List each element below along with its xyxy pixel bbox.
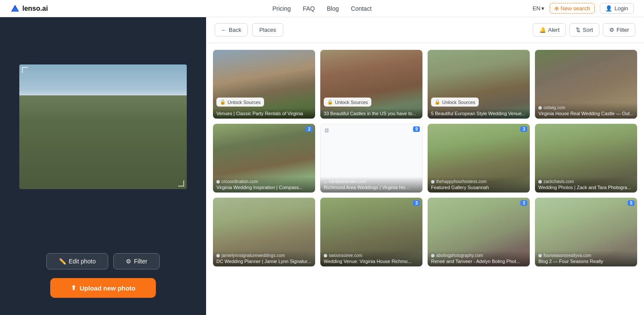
logo-icon	[10, 4, 20, 13]
language-selector[interactable]: EN ▾	[532, 5, 544, 12]
back-icon: ←	[221, 27, 227, 33]
card-overlay: fourseasonsrealtyva.comBlog 2 — Four Sea…	[535, 251, 637, 266]
card-source-domain: swoonsoiree.com	[329, 253, 362, 258]
card-source-domain: thehappyhourhostess.com	[436, 179, 486, 184]
card-title: Reneé and Tanveer - Adelyn Boling Phot..…	[431, 259, 526, 264]
filter-icon-top: ⚙	[609, 27, 614, 33]
card-overlay: 5 Beautiful European Style Wedding Venue…	[428, 108, 530, 119]
results-top-bar: ← Back Places 🔔 Alert ⇅ Sort ⚙ Fi	[206, 17, 644, 43]
card-source-row: swoonsoiree.com	[324, 253, 419, 258]
card-source-domain: jamielynnsignatureweddings.com	[222, 253, 285, 258]
filter-button-left[interactable]: ⚙ Filter	[113, 253, 160, 269]
result-card[interactable]: abolingphotography.comReneé and Tanveer …	[428, 198, 530, 266]
sort-button[interactable]: ⇅ Sort	[569, 23, 599, 37]
card-source-domain: abolingphotography.com	[436, 253, 483, 258]
result-card[interactable]: 🖼caratsandcake.comRichmond Area Weddings…	[320, 124, 422, 193]
favicon-icon	[216, 254, 220, 257]
nav-faq[interactable]: FAQ	[303, 5, 315, 12]
lock-icon: 🔒	[220, 99, 226, 105]
main-layout: ✏️ Edit photo ⚙ Filter ⬆ Upload new phot…	[0, 17, 644, 315]
nav-pricing[interactable]: Pricing	[272, 5, 291, 12]
card-overlay: thehappyhourhostess.comFeatured Gallery …	[428, 177, 530, 193]
card-title: 33 Beautiful Castles in the US you have …	[324, 111, 419, 116]
card-count-badge: 3	[520, 126, 527, 132]
logo[interactable]: lenso.ai	[10, 4, 48, 13]
result-card[interactable]: zackchavis.comWedding Photos | Zack and …	[535, 124, 637, 193]
login-button[interactable]: 👤 Login	[600, 3, 634, 14]
card-source-domain: caratsandcake.com	[329, 179, 366, 184]
card-title: DC Wedding Planner | Jamie Lynn Signatur…	[216, 259, 312, 264]
result-card[interactable]: 🔒Unlock Sources5 Beautiful European Styl…	[428, 50, 530, 119]
unlock-sources-badge[interactable]: 🔒Unlock Sources	[324, 98, 371, 107]
image-action-buttons: ✏️ Edit photo ⚙ Filter	[46, 253, 160, 269]
lock-icon: 🔒	[434, 99, 440, 105]
back-button[interactable]: ← Back	[215, 23, 248, 37]
main-nav: Pricing FAQ Blog Contact	[272, 5, 371, 12]
filter-button-top[interactable]: ⚙ Filter	[603, 23, 635, 37]
top-bar-left: ← Back Places	[215, 23, 283, 37]
corner-br	[178, 180, 184, 187]
card-title: Featured Gallery Susannah	[431, 185, 526, 190]
uploaded-image	[19, 64, 187, 189]
card-overlay: crcoordination.comVirginia Wedding Inspi…	[213, 177, 315, 193]
corner-tl	[22, 67, 28, 73]
card-count-badge: 3	[520, 200, 527, 206]
unlock-sources-badge[interactable]: 🔒Unlock Sources	[431, 98, 479, 107]
favicon-icon	[216, 180, 220, 183]
result-card[interactable]: jamielynnsignatureweddings.comDC Wedding…	[213, 198, 315, 266]
result-card[interactable]: crcoordination.comVirginia Wedding Inspi…	[213, 124, 315, 193]
favicon-icon	[431, 254, 434, 257]
edit-photo-button[interactable]: ✏️ Edit photo	[46, 253, 108, 269]
card-title: 5 Beautiful European Style Wedding Venue…	[431, 111, 526, 116]
favicon-icon	[538, 106, 542, 110]
favicon-icon	[538, 180, 542, 183]
result-card[interactable]: fourseasonsrealtyva.comBlog 2 — Four Sea…	[535, 198, 637, 266]
card-overlay: abolingphotography.comReneé and Tanveer …	[428, 251, 530, 266]
card-count-badge: 3	[413, 200, 420, 206]
places-tab[interactable]: Places	[252, 23, 283, 37]
alert-button[interactable]: 🔔 Alert	[533, 23, 566, 37]
result-card[interactable]: 🔒Unlock Sources33 Beautiful Castles in t…	[320, 50, 422, 119]
card-title: Virginia House Real Wedding Castle — Out…	[538, 111, 634, 116]
card-source-row: thehappyhourhostess.com	[431, 179, 526, 184]
card-overlay: ootwig.comVirginia House Real Wedding Ca…	[535, 103, 637, 119]
card-source-row: crcoordination.com	[216, 179, 312, 184]
new-search-button[interactable]: ⊕ New search	[550, 3, 595, 14]
favicon-icon	[324, 254, 327, 257]
favicon-icon	[324, 180, 327, 183]
card-source-row: caratsandcake.com	[324, 179, 419, 184]
favicon-icon	[538, 254, 542, 257]
card-source-row: zackchavis.com	[538, 179, 634, 184]
card-title: Wedding Venue: Virginia House Richmo...	[324, 259, 419, 264]
unlock-sources-badge[interactable]: 🔒Unlock Sources	[216, 98, 264, 107]
sort-icon: ⇅	[576, 27, 580, 33]
chevron-down-icon: ▾	[541, 5, 544, 12]
card-count-badge: 2	[306, 126, 313, 132]
header-actions: EN ▾ ⊕ New search 👤 Login	[532, 3, 634, 14]
card-source-domain: ootwig.com	[544, 105, 565, 110]
nav-contact[interactable]: Contact	[351, 5, 371, 12]
card-source-domain: fourseasonsrealtyva.com	[544, 253, 591, 258]
favicon-icon	[431, 180, 434, 183]
top-bar-right: 🔔 Alert ⇅ Sort ⚙ Filter	[533, 23, 635, 37]
bell-icon: 🔔	[539, 27, 546, 33]
card-overlay: caratsandcake.comRichmond Area Weddings …	[320, 177, 422, 193]
upload-icon: ⬆	[71, 284, 76, 292]
logo-text: lenso.ai	[22, 5, 48, 12]
card-overlay: 33 Beautiful Castles in the US you have …	[320, 108, 422, 119]
card-title: Venues | Classic Party Rentals of Virgin…	[216, 111, 312, 116]
card-count-badge: 5	[628, 200, 635, 206]
uploaded-image-container	[19, 64, 187, 189]
card-title: Wedding Photos | Zack and Tara Photogra.…	[538, 185, 634, 190]
card-title: Blog 2 — Four Seasons Realty	[538, 259, 634, 264]
card-source-domain: crcoordination.com	[222, 179, 258, 184]
card-overlay: swoonsoiree.comWedding Venue: Virginia H…	[320, 251, 422, 266]
left-panel: ✏️ Edit photo ⚙ Filter ⬆ Upload new phot…	[0, 17, 206, 315]
upload-new-photo-button[interactable]: ⬆ Upload new photo	[50, 278, 156, 298]
result-card[interactable]: swoonsoiree.comWedding Venue: Virginia H…	[320, 198, 422, 266]
result-card[interactable]: 🔒Unlock SourcesVenues | Classic Party Re…	[213, 50, 315, 119]
result-card[interactable]: ootwig.comVirginia House Real Wedding Ca…	[535, 50, 637, 119]
result-card[interactable]: thehappyhourhostess.comFeatured Gallery …	[428, 124, 530, 193]
results-grid: 🔒Unlock SourcesVenues | Classic Party Re…	[206, 43, 644, 315]
nav-blog[interactable]: Blog	[327, 5, 339, 12]
